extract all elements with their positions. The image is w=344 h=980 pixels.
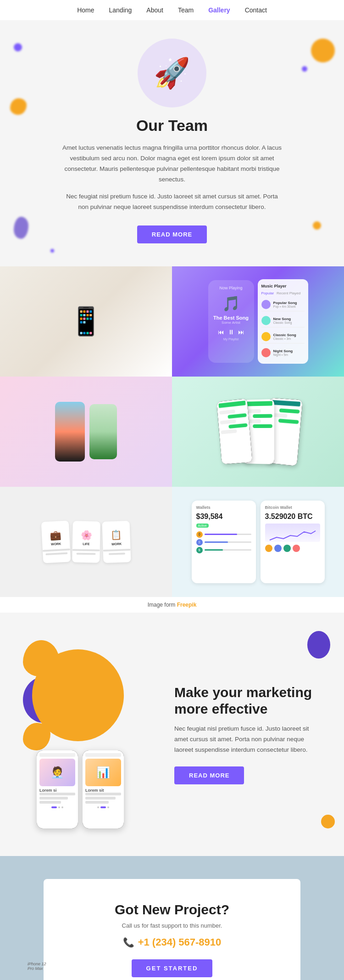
music-playlist-label: My Playlist [223, 338, 239, 341]
blob-purple-topright [302, 66, 307, 72]
cta-get-started-button[interactable]: GET STARTED [132, 959, 213, 977]
app-card-1: 💼 WORK [41, 520, 71, 563]
wallet-bar-fill-2 [205, 541, 228, 543]
music-artist: Some Artist [222, 321, 240, 325]
nav-about[interactable]: About [146, 6, 163, 14]
nav-landing[interactable]: Landing [109, 6, 132, 14]
marketing-text-area: Make your marketing more effective Nec f… [174, 684, 321, 784]
chat-screen-1 [216, 398, 252, 464]
wallet-bar-fill-1 [205, 534, 237, 535]
mkt-blob-yellow-right [321, 815, 335, 828]
song-name-2: New Song [273, 317, 292, 321]
wallet-list-coin-3 [283, 545, 291, 552]
wallet-coin-icon-1: ₿ [196, 531, 203, 538]
wallet-item-3: $ [196, 547, 251, 553]
hero-desc1: Amet luctus venenatis lectus magna fring… [53, 143, 291, 185]
mkt-dot-6 [107, 806, 109, 808]
gallery-item-phone-hand: 📱 [0, 266, 172, 377]
app-card-bar-3 [72, 549, 100, 551]
song-name-1: Popular Song [273, 301, 297, 305]
wallet-badge-1: Active [196, 524, 209, 528]
music-now-playing-card: Now Playing 🎵 The Best Song Some Artist … [208, 280, 254, 363]
app-card-2: 🌸 LIFE [72, 521, 100, 563]
wallet-coin-icon-3: $ [196, 547, 203, 553]
music-player-header: Music Player [261, 284, 305, 288]
mkt-dots-2 [85, 806, 121, 808]
cta-section: Got New Project? Call us for fast suppor… [0, 856, 344, 980]
nav-contact[interactable]: Contact [245, 6, 267, 14]
wallet-list-coin-1 [265, 545, 272, 552]
iphone-shape-1 [55, 402, 85, 462]
chat-bubble3-r1 [279, 408, 300, 413]
gallery-item-iphone12: iPhone 12Pro Max [0, 377, 172, 487]
song-info-3: Classic Song Classic • 3m [273, 333, 296, 340]
cta-phone-text: +1 (234) 567-8910 [138, 936, 222, 948]
marketing-section: 🧑‍💼 Lorem si [0, 613, 344, 856]
nav-team[interactable]: Team [178, 6, 194, 14]
app-card-label-1: WORK [50, 542, 61, 546]
music-tab-popular: Popular [261, 291, 274, 295]
mkt-dots-1 [39, 806, 75, 808]
music-now-playing-label: Now Playing [219, 286, 242, 290]
cta-box: Got New Project? Call us for fast suppor… [44, 879, 300, 980]
mkt-phone-screen-1: 🧑‍💼 Lorem si [37, 750, 78, 828]
app-card-3: 📋 WORK [102, 521, 131, 563]
mkt-phone-header-1 [39, 753, 75, 757]
song-row-3: Classic Song Classic • 3m [261, 330, 305, 344]
wallet-title-2: Bitcoin Wallet [265, 505, 320, 510]
wallet-item-1: ₿ [196, 531, 251, 538]
song-dot-4 [261, 348, 271, 357]
chat-bubble-r1 [227, 413, 247, 418]
mkt-phone-header-2 [85, 753, 121, 757]
app-card-icon-2: 🌸 [80, 529, 92, 540]
app-card-bar-6 [108, 552, 125, 554]
mkt-phones-group: 🧑‍💼 Lorem si [37, 750, 161, 828]
gallery-caption-prefix: Image form [148, 602, 177, 608]
mkt-phone-illustration-2: 📊 [85, 759, 121, 786]
wallet-bar-fill-3 [205, 549, 223, 551]
hero-read-more-button[interactable]: READ MORE [137, 225, 207, 243]
hero-illustration-circle: 🚀 [138, 39, 206, 107]
iphone-model-label: iPhone 12Pro Max [28, 962, 46, 971]
mkt-phone-screen-2: 📊 Lorem sit [83, 750, 124, 828]
wallet-chart [265, 524, 320, 542]
chat-bubble3-r2 [278, 418, 299, 424]
gallery-item-app-cards: 💼 WORK 🌸 LIFE 📋 WORK [0, 487, 172, 597]
song-dot-1 [261, 300, 271, 309]
gallery-caption-link[interactable]: Freepik [177, 602, 197, 608]
song-detail-4: Night • 5m [273, 353, 293, 356]
app-card-icon-1: 💼 [50, 529, 61, 541]
mkt-phone-1: 🧑‍💼 Lorem si [37, 750, 78, 828]
song-name-4: Night Song [273, 349, 293, 353]
mkt-dot-4 [97, 806, 99, 808]
chat-bubble2-r2 [252, 424, 272, 428]
music-play-icon: ⏸ [228, 328, 234, 336]
iphone-screen-2 [89, 404, 117, 459]
marketing-title: Make your marketing more effective [174, 684, 321, 717]
app-card-bar-5 [103, 548, 130, 551]
marketing-read-more-button[interactable]: READ MORE [174, 766, 244, 784]
mkt-blob-purple-right [307, 631, 330, 659]
mkt-phone-illustration-1: 🧑‍💼 [39, 759, 75, 786]
mkt-bar-5 [85, 797, 116, 800]
nav-gallery[interactable]: Gallery [208, 6, 230, 14]
blob-purple-bottomleft [14, 217, 28, 239]
gallery-item-music-player: Now Playing 🎵 The Best Song Some Artist … [172, 266, 344, 377]
gallery-caption: Image form Freepik [0, 597, 344, 613]
iphone-screen-1 [55, 402, 85, 462]
music-prev-icon: ⏮ [218, 328, 224, 336]
mkt-circle-bg [32, 649, 124, 741]
mkt-phone-2: 📊 Lorem sit [83, 750, 124, 828]
wallet-card-2: Bitcoin Wallet 3.529020 BTC [261, 501, 325, 583]
chat-phones-group [222, 399, 296, 465]
music-controls: ⏮ ⏸ ⏭ [218, 328, 244, 336]
hero-illustration: 🚀 [154, 58, 190, 88]
hero-title: Our Team [37, 117, 307, 135]
gallery-item-chat [172, 377, 344, 487]
hero-section: 🚀 Our Team Amet luctus venenatis lectus … [0, 20, 344, 266]
music-tabs: Popular Recent Played [261, 291, 305, 295]
wallet-item-2: Ξ [196, 539, 251, 546]
wallet-bar-bg-2 [205, 541, 251, 543]
nav-home[interactable]: Home [77, 6, 94, 14]
chat-header-bar [218, 400, 245, 408]
